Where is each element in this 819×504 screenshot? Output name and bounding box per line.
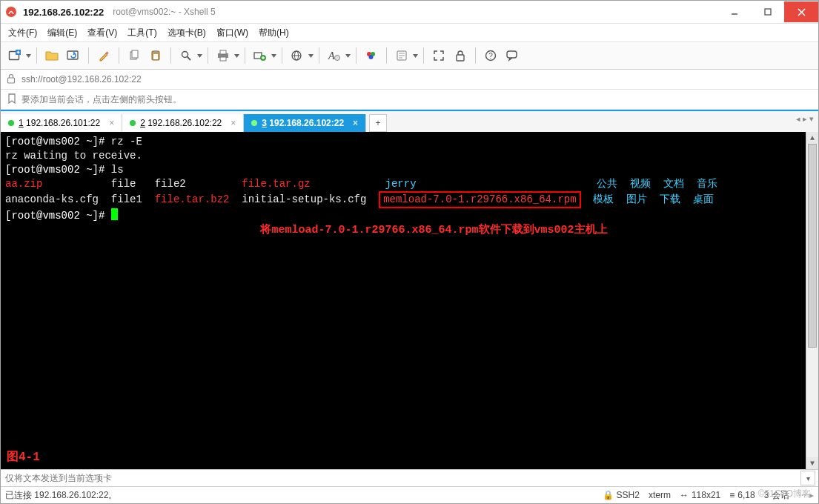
menu-edit[interactable]: 编辑(E) (47, 27, 77, 39)
menu-window[interactable]: 窗口(W) (216, 27, 248, 39)
title-main: 192.168.26.102:22 (23, 7, 104, 18)
svg-point-30 (369, 55, 374, 59)
find-dropdown[interactable] (196, 54, 202, 58)
svg-text:?: ? (488, 52, 493, 60)
svg-rect-38 (507, 51, 517, 58)
terminal-scrollbar[interactable]: ▲ ▼ (806, 132, 818, 469)
color-button[interactable] (362, 47, 381, 64)
title-sub: root@vms002:~ - Xshell 5 (113, 7, 216, 17)
tab-nav-arrows[interactable]: ◂ ▸ ▾ (796, 114, 814, 124)
bookmark-icon[interactable] (7, 93, 17, 106)
print-button[interactable] (213, 47, 233, 64)
xftp-dropdown[interactable] (271, 54, 276, 58)
send-input[interactable] (1, 473, 800, 483)
svg-rect-35 (457, 55, 464, 61)
hintbar: 要添加当前会话，点击左侧的箭头按钮。 (1, 90, 818, 110)
tab-2[interactable]: 2 192.168.26.102:22 × (122, 114, 244, 132)
status-overflow[interactable]: ⋯ ▸ (798, 490, 814, 500)
menu-view[interactable]: 查看(V) (87, 27, 117, 39)
status-dot-icon (251, 120, 257, 126)
statusbar: 已连接 192.168.26.102:22。 🔒 SSH2 xterm ↔ 11… (1, 486, 818, 503)
tab-3[interactable]: 3 192.168.26.102:22 × (244, 114, 366, 132)
help-button[interactable]: ? (481, 47, 500, 64)
close-button[interactable] (784, 1, 818, 22)
new-session-dropdown[interactable] (25, 54, 31, 58)
tabstrip: 1 192.168.26.101:22 × 2 192.168.26.102:2… (1, 110, 818, 132)
svg-rect-39 (8, 78, 15, 83)
send-target-dropdown[interactable]: ▾ (800, 471, 815, 485)
titlebar: 192.168.26.102:22 root@vms002:~ - Xshell… (1, 1, 818, 24)
encoding-dropdown[interactable] (308, 54, 314, 58)
copy-button[interactable] (125, 47, 144, 64)
script-button[interactable] (392, 47, 411, 64)
menu-tabs[interactable]: 选项卡(B) (168, 27, 206, 39)
tab-close-icon[interactable]: × (353, 118, 358, 128)
svg-line-17 (188, 57, 191, 61)
figure-label: 图4-1 (7, 451, 40, 465)
feedback-button[interactable] (503, 47, 522, 64)
menu-file[interactable]: 文件(F) (8, 27, 37, 39)
sendbar: ▾ (1, 469, 818, 486)
new-session-button[interactable] (5, 47, 24, 64)
open-button[interactable] (42, 47, 62, 64)
svg-text:A: A (328, 50, 335, 62)
font-dropdown[interactable] (345, 54, 351, 58)
status-sessions: 3 会话 (764, 489, 789, 502)
status-proto: 🔒 SSH2 (603, 490, 640, 500)
hint-text: 要添加当前会话，点击左侧的箭头按钮。 (21, 93, 182, 106)
svg-rect-20 (220, 57, 226, 61)
scroll-down-icon[interactable]: ▼ (806, 457, 818, 469)
font-button[interactable]: A (325, 47, 344, 64)
svg-point-27 (335, 56, 340, 61)
status-term: xterm (649, 490, 671, 500)
status-pos: ≡ 6,18 (729, 490, 755, 500)
annotation-text: 将memload-7.0-1.r29766.x86_64.rpm软件下载到vms… (260, 224, 607, 236)
toolbar: A ? (1, 42, 818, 70)
find-button[interactable] (176, 47, 196, 64)
script-dropdown[interactable] (412, 54, 418, 58)
reconnect-button[interactable] (64, 47, 83, 64)
menu-tool[interactable]: 工具(T) (127, 27, 156, 39)
terminal[interactable]: [root@vms002 ~]# rz -E rz waiting to rec… (1, 132, 818, 469)
print-dropdown[interactable] (233, 54, 239, 58)
addressbar (1, 70, 818, 90)
svg-point-16 (182, 52, 188, 58)
status-connection: 已连接 192.168.26.102:22。 (5, 489, 117, 502)
status-dot-icon (130, 120, 136, 126)
app-icon (5, 6, 17, 18)
encoding-button[interactable] (288, 47, 307, 64)
lock-icon (7, 73, 16, 86)
fullscreen-button[interactable] (429, 47, 448, 64)
tab-1[interactable]: 1 192.168.26.101:22 × (1, 114, 122, 132)
menu-help[interactable]: 帮助(H) (259, 27, 289, 39)
lock-button[interactable] (451, 47, 470, 64)
maximize-button[interactable] (751, 1, 784, 22)
svg-rect-19 (220, 50, 226, 54)
svg-rect-15 (153, 54, 158, 59)
menubar: 文件(F) 编辑(E) 查看(V) 工具(T) 选项卡(B) 窗口(W) 帮助(… (1, 24, 818, 42)
svg-rect-2 (765, 9, 771, 15)
highlighted-rpm: memload-7.0-1.r29766.x86_64.rpm (379, 191, 580, 208)
tab-close-icon[interactable]: × (231, 118, 236, 128)
minimize-button[interactable] (717, 1, 751, 22)
add-tab-button[interactable]: + (369, 114, 387, 132)
scroll-up-icon[interactable]: ▲ (806, 132, 818, 144)
scroll-thumb[interactable] (808, 144, 817, 348)
svg-rect-14 (154, 50, 157, 53)
svg-rect-12 (132, 50, 138, 58)
tab-close-icon[interactable]: × (109, 118, 114, 128)
properties-button[interactable] (94, 47, 113, 64)
paste-button[interactable] (146, 47, 165, 64)
cursor (111, 208, 118, 220)
status-size: ↔ 118x21 (680, 490, 720, 500)
xftp-button[interactable] (251, 47, 270, 64)
status-dot-icon (8, 120, 14, 126)
address-input[interactable] (20, 73, 812, 85)
